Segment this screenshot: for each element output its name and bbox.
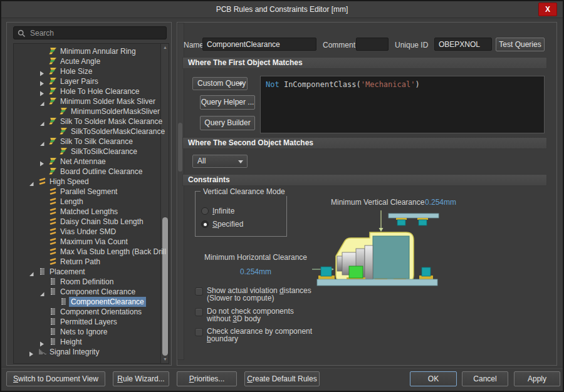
create-default-rules-button[interactable]: Create Default Rules (244, 371, 320, 386)
tree-item[interactable]: Silk To Solder Mask Clearance (14, 116, 169, 126)
query-helper-button[interactable]: Query Helper ... (200, 95, 255, 110)
pcb-rules-dialog: PCB Rules and Constraints Editor [mm] X … (0, 0, 564, 392)
tree-item[interactable]: Minimum Annular Ring (14, 46, 169, 56)
ok-button[interactable]: OK (410, 371, 457, 386)
rule-icon (49, 117, 58, 126)
window-title: PCB Rules and Constraints Editor [mm] (1, 5, 563, 14)
tree-item-label: Vias Under SMD (58, 227, 118, 237)
highspeed-icon (49, 187, 58, 196)
tree-item[interactable]: ComponentClearance (14, 297, 169, 307)
tree-item[interactable]: SilkToSilkClearance (14, 147, 169, 157)
rule-icon (49, 167, 58, 176)
tree-item-label: Net Antennae (58, 157, 108, 167)
tree-item[interactable]: Vias Under SMD (14, 227, 169, 237)
tree-item[interactable]: Placement (14, 267, 169, 277)
tree-item-label: Height (58, 337, 84, 347)
apply-button[interactable]: Apply (514, 371, 560, 386)
tree-item[interactable]: Length (14, 197, 169, 207)
tree-item[interactable]: Net Antennae (14, 157, 169, 167)
tree-item[interactable]: Max Via Stub Length (Back Drill (14, 247, 169, 257)
chevron-right-icon[interactable] (39, 79, 46, 84)
highspeed-icon (38, 177, 47, 186)
panel-scrollbar[interactable] (177, 23, 184, 360)
tree-item[interactable]: Height (14, 337, 169, 347)
tree-item[interactable]: Matched Lengths (14, 207, 169, 217)
radio-on-icon[interactable] (201, 220, 209, 228)
rule-icon (60, 127, 68, 136)
rule-wizard-button[interactable]: Rule Wizard... (113, 371, 169, 386)
tree-item[interactable]: Hole To Hole Clearance (14, 86, 169, 96)
query-editor[interactable]: Not InComponentClass('Mechanical') (260, 76, 545, 133)
checkbox-unchecked-icon[interactable] (195, 287, 203, 296)
priorities-button[interactable]: Priorities... (177, 371, 237, 386)
tree-item[interactable]: Room Definition (14, 277, 169, 287)
tree-item[interactable]: Maximum Via Count (14, 237, 169, 247)
expanded-triangle-icon[interactable] (39, 99, 46, 104)
tree-item[interactable]: Permitted Layers (14, 317, 169, 327)
checkbox-unchecked-icon[interactable] (195, 308, 203, 316)
tree-item-label: Parallel Segment (58, 187, 119, 197)
unique-id-input[interactable] (434, 38, 492, 51)
expanded-triangle-icon[interactable] (39, 119, 46, 124)
first-match-scope-dropdown[interactable]: Custom Query (192, 77, 248, 90)
expanded-triangle-icon[interactable] (29, 179, 35, 184)
comment-label: Comment (323, 41, 355, 49)
second-match-scope-dropdown[interactable]: All (192, 155, 248, 168)
panel-scrollbar-thumb[interactable] (178, 123, 182, 172)
tree-item[interactable]: Parallel Segment (14, 187, 169, 197)
rule-name-input[interactable] (202, 38, 316, 51)
tree-item[interactable]: Silk To Silk Clearance (14, 137, 169, 147)
tree-item[interactable]: Layer Pairs (14, 76, 169, 86)
comment-input[interactable] (356, 38, 389, 51)
search-input[interactable] (30, 28, 162, 38)
expanded-triangle-icon[interactable] (39, 139, 46, 144)
chevron-right-icon[interactable] (29, 349, 35, 354)
rules-sidebar: ▲ ▼ Minimum Annular RingAcute AngleHole … (6, 22, 172, 366)
tree-item[interactable]: High Speed (14, 177, 169, 187)
tree-item[interactable]: SilkToSolderMaskClearance (14, 126, 169, 137)
expanded-triangle-icon[interactable] (29, 269, 35, 274)
radio-specified[interactable]: Specified (201, 220, 243, 229)
tree-item[interactable]: Component Clearance (14, 287, 169, 297)
group-label: Vertical Clearance Mode (201, 187, 288, 196)
tree-item[interactable]: Daisy Chain Stub Length (14, 217, 169, 227)
tree-item-label: Permitted Layers (58, 317, 119, 327)
tree-item[interactable]: MinimumSolderMaskSliver (14, 106, 169, 116)
tree-item-label: High Speed (48, 177, 91, 187)
rule-icon (49, 157, 58, 166)
radio-off-icon[interactable] (201, 207, 209, 215)
signal-icon (38, 348, 47, 356)
tree-item-label: Hole To Hole Clearance (58, 86, 142, 96)
tree-item[interactable]: Nets to Ignore (14, 327, 169, 337)
title-bar[interactable]: PCB Rules and Constraints Editor [mm] X (1, 1, 563, 18)
tree-item[interactable]: Signal Integrity (14, 347, 169, 357)
highspeed-icon (49, 207, 58, 216)
close-button[interactable]: X (538, 3, 557, 16)
chevron-right-icon[interactable] (39, 69, 46, 74)
tree-item[interactable]: Board Outline Clearance (14, 167, 169, 177)
query-keyword: Not (266, 80, 279, 89)
highspeed-icon (49, 257, 58, 266)
rule-icon (49, 77, 58, 86)
expanded-triangle-icon[interactable] (39, 289, 46, 294)
test-queries-button[interactable]: Test Queries (496, 38, 545, 51)
chevron-right-icon[interactable] (39, 159, 46, 164)
tree-item[interactable]: Component Orientations (14, 307, 169, 317)
search-icon (18, 29, 26, 38)
highspeed-icon (49, 237, 58, 246)
tree-item[interactable]: Minimum Solder Mask Sliver (14, 96, 169, 106)
checkbox-unchecked-icon[interactable] (195, 328, 203, 336)
search-box[interactable] (13, 26, 167, 39)
query-builder-button[interactable]: Query Builder ... (200, 116, 255, 130)
switch-document-view-button[interactable]: Switch to Document View (6, 371, 105, 386)
chevron-right-icon[interactable] (39, 89, 46, 94)
radio-infinite[interactable]: Infinite (201, 207, 234, 215)
tree-item-label: Layer Pairs (58, 76, 100, 86)
min-vertical-value: 0.254mm (425, 198, 456, 207)
tree-item-label: Maximum Via Count (58, 237, 130, 247)
chevron-right-icon[interactable] (39, 339, 46, 344)
tree-item[interactable]: Hole Size (14, 66, 169, 76)
tree-item[interactable]: Acute Angle (14, 56, 169, 66)
tree-item[interactable]: Return Path (14, 257, 169, 267)
cancel-button[interactable]: Cancel (462, 371, 508, 386)
